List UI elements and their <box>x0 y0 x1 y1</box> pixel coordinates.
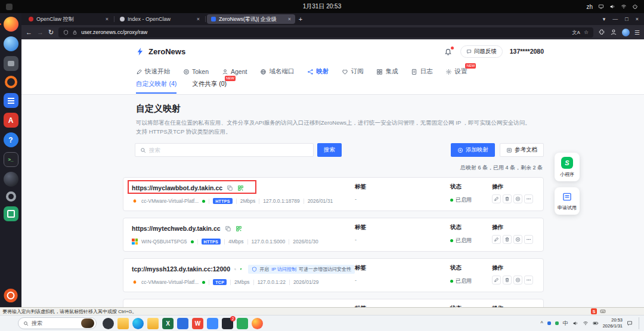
power-icon[interactable] <box>632 4 638 10</box>
url-bar[interactable]: user.zeronews.cc/proxy/raw 文A ☆ <box>58 27 593 38</box>
reload-button[interactable]: ↻ <box>48 29 54 36</box>
nav-item-agent[interactable]: Agent <box>222 68 247 75</box>
delete-button[interactable] <box>503 276 512 284</box>
forward-button[interactable]: → <box>37 29 44 36</box>
feedback-button[interactable]: 问题反馈 <box>460 45 503 58</box>
nav-item-quickstart[interactable]: 快速开始 <box>136 67 170 76</box>
qr-code-icon[interactable] <box>240 266 242 273</box>
delete-button[interactable] <box>503 194 512 203</box>
browser-tab-index-openclaw[interactable]: Index - OpenClaw × <box>116 14 204 24</box>
more-button[interactable] <box>524 276 533 284</box>
taskbar-app-firefox[interactable] <box>252 318 263 329</box>
ip-acl-link[interactable]: IP 访问控制 <box>271 266 296 273</box>
account-icon[interactable] <box>610 29 617 36</box>
dock-steam-icon[interactable] <box>4 172 18 187</box>
new-tab-button[interactable]: + <box>295 16 306 23</box>
taskbar-app-excel[interactable]: X <box>162 318 174 329</box>
tab-file-share[interactable]: 文件共享 (0)NEW <box>192 80 227 92</box>
dock-editor-icon[interactable] <box>4 93 18 108</box>
mapping-url[interactable]: https://myclawbbot.dy.takin.cc <box>132 184 222 191</box>
nav-item-domain-port[interactable]: 域名端口 <box>260 67 294 76</box>
taskbar-app-green[interactable] <box>237 318 248 329</box>
taskbar-app-blue-2[interactable] <box>207 318 218 329</box>
show-desktop-button[interactable] <box>639 317 640 329</box>
account-phone[interactable]: 137****2080 <box>510 48 544 55</box>
nav-item-token[interactable]: Token <box>183 68 209 75</box>
taskbar-clock[interactable]: 20:53 2026/1/31 <box>603 317 623 329</box>
network-icon[interactable] <box>621 4 627 10</box>
edit-button[interactable] <box>492 235 501 244</box>
search-highlight-image[interactable] <box>81 318 94 328</box>
copy-link-icon[interactable] <box>234 266 236 273</box>
taskbar-app-copilot[interactable] <box>103 318 114 329</box>
sogou-input-icon[interactable]: S <box>591 308 597 314</box>
pause-button[interactable] <box>513 276 522 284</box>
app-indicator-icon[interactable] <box>6 4 13 10</box>
menu-icon[interactable]: ☰ <box>634 29 640 36</box>
volume-icon[interactable] <box>572 320 578 326</box>
volume-icon[interactable] <box>609 4 615 10</box>
ime-indicator[interactable]: 中 <box>563 320 568 327</box>
mini-program-card[interactable]: S 小程序 <box>555 153 580 181</box>
network-icon[interactable] <box>583 320 589 326</box>
more-button[interactable] <box>524 235 533 244</box>
dock-help-icon[interactable]: ? <box>4 132 18 147</box>
keyboard-icon[interactable] <box>600 308 606 314</box>
edit-button[interactable] <box>492 194 501 203</box>
taskbar-search[interactable]: 搜索 <box>18 317 97 329</box>
nav-item-subscription[interactable]: 订阅 <box>342 67 363 76</box>
dock-vmware-icon[interactable] <box>4 56 18 71</box>
zeronews-logo[interactable]: ZeroNews <box>136 47 185 56</box>
tab-close-icon[interactable]: × <box>106 16 109 22</box>
battery-icon[interactable] <box>593 320 599 326</box>
dock-app-a-icon[interactable]: A <box>4 113 18 128</box>
dock-software-store-icon[interactable] <box>4 206 18 221</box>
copy-link-icon[interactable] <box>225 225 231 232</box>
mapping-search-box[interactable] <box>135 143 314 157</box>
window-close-button[interactable]: × <box>636 16 639 22</box>
browser-tab-openclaw-control[interactable]: OpenClaw 控制 × <box>24 14 113 24</box>
taskbar-app-edge[interactable] <box>132 318 144 329</box>
dock-settings-icon[interactable] <box>6 191 16 202</box>
screen-share-icon[interactable] <box>598 4 604 10</box>
tray-app-icon[interactable] <box>555 321 559 325</box>
edit-button[interactable] <box>492 276 501 284</box>
bookmark-star-icon[interactable]: ☆ <box>584 29 589 35</box>
search-button[interactable]: 搜索 <box>317 143 342 157</box>
tracking-shield-icon[interactable] <box>63 30 69 35</box>
dock-terminal-icon[interactable]: >_ <box>4 152 18 167</box>
dock-ubuntu-icon[interactable] <box>4 289 18 302</box>
extensions-puzzle-icon[interactable] <box>598 29 605 36</box>
browser-tab-zeronews[interactable]: ZeroNews(零讯)| 企业级 × <box>207 14 295 24</box>
qr-code-icon[interactable] <box>237 185 244 191</box>
taskbar-app-blue[interactable] <box>177 318 188 329</box>
lock-icon[interactable] <box>72 30 78 35</box>
tab-custom-mapping[interactable]: 自定义映射 (4) <box>136 80 177 94</box>
tray-expand-icon[interactable]: ^ <box>540 320 543 326</box>
tray-app-icon[interactable] <box>547 321 551 325</box>
taskbar-app-file-explorer[interactable] <box>117 318 129 329</box>
trial-card[interactable]: 申请试用 <box>555 187 580 215</box>
dock-firefox-icon[interactable] <box>4 17 18 32</box>
more-button[interactable] <box>524 194 533 203</box>
taskbar-app-folder[interactable] <box>147 318 159 329</box>
url-text[interactable]: user.zeronews.cc/proxy/raw <box>81 29 147 35</box>
notifications-bell[interactable] <box>444 48 452 55</box>
profile-avatar[interactable] <box>622 29 630 36</box>
delete-button[interactable] <box>503 235 512 244</box>
mapping-url[interactable]: https://mytechweb.dy.takin.cc <box>132 225 221 232</box>
nav-item-logs[interactable]: 日志 <box>411 67 432 76</box>
input-language-indicator[interactable]: zh <box>586 4 593 10</box>
nav-item-settings[interactable]: 设置NEW <box>445 67 467 76</box>
gnome-clock[interactable]: 1月31日 20:53 <box>303 2 342 11</box>
tab-close-icon[interactable]: × <box>288 16 291 22</box>
docs-button[interactable]: 参考文档 <box>500 143 544 157</box>
translate-icon[interactable]: 文A <box>572 29 580 36</box>
dock-browser-icon[interactable] <box>4 36 18 51</box>
add-mapping-button[interactable]: 添加映射 <box>451 143 495 157</box>
maximize-button[interactable]: □ <box>625 16 628 22</box>
taskbar-app-wps[interactable]: W <box>192 318 203 329</box>
tab-close-icon[interactable]: × <box>197 16 200 22</box>
dock-recorder-icon[interactable] <box>5 76 17 88</box>
taskbar-app-terminal[interactable]: 2 <box>222 318 233 329</box>
